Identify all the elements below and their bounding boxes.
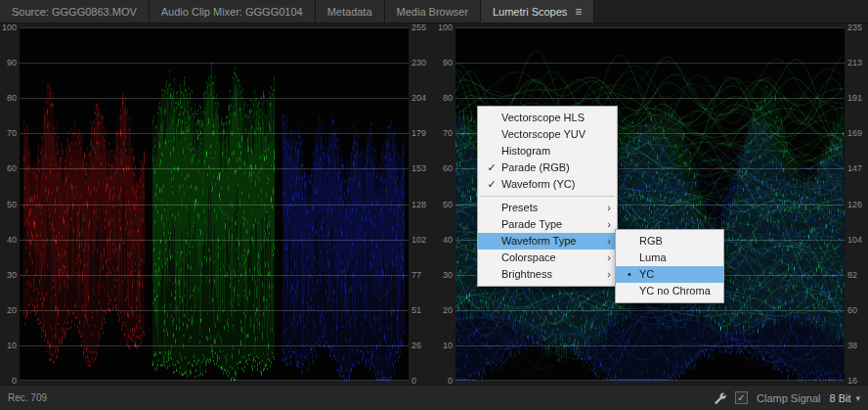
- submenu-item-label: Luma: [639, 251, 667, 263]
- menu-item-parade-type[interactable]: Parade Type›: [478, 216, 617, 233]
- check-icon: ✓: [485, 159, 499, 176]
- axis-tick-label: 20: [7, 305, 17, 315]
- bit-depth-value: 8 Bit: [829, 392, 850, 404]
- submenu-item-rgb[interactable]: RGB: [616, 233, 723, 250]
- menu-item-vectorscope-hls[interactable]: Vectorscope HLS: [478, 110, 617, 126]
- axis-tick-label: 128: [412, 200, 426, 209]
- waveform-left-axis: 1009080706050403020100: [434, 27, 456, 381]
- settings-wrench-icon[interactable]: [713, 391, 726, 405]
- axis-tick-label: 60: [847, 305, 857, 315]
- parade-right-axis: 2552302041791531281027751260: [409, 27, 434, 381]
- axis-tick-label: 235: [847, 23, 862, 32]
- menu-item-label: Vectorscope HLS: [501, 112, 585, 123]
- submenu-arrow-icon: ›: [607, 250, 611, 266]
- submenu-arrow-icon: ›: [607, 200, 611, 216]
- parade-rgb-scope: [20, 27, 409, 381]
- axis-tick-label: 80: [7, 93, 17, 103]
- menu-item-label: Parade (RGB): [501, 161, 570, 173]
- tab-audio-clip-mixer-label: Audio Clip Mixer: GGGG0104: [161, 6, 303, 18]
- axis-tick-label: 191: [847, 93, 862, 103]
- menu-item-colorspace[interactable]: Colorspace›: [478, 250, 617, 266]
- tab-source[interactable]: Source: GGGG0863.MOV: [0, 0, 150, 23]
- submenu-item-label: RGB: [639, 235, 663, 247]
- menu-item-label: Histogram: [501, 145, 550, 157]
- menu-item-presets[interactable]: Presets›: [478, 200, 617, 216]
- axis-tick-label: 147: [847, 163, 862, 173]
- axis-tick-label: 60: [7, 163, 17, 173]
- axis-tick-label: 38: [847, 341, 857, 350]
- scopes-area: 1009080706050403020100 25523020417915312…: [0, 23, 868, 385]
- clamp-signal-checkbox[interactable]: ✓: [735, 391, 748, 404]
- axis-tick-label: 90: [443, 58, 453, 68]
- submenu-arrow-icon: ›: [607, 216, 611, 233]
- tab-lumetri-scopes[interactable]: Lumetri Scopes ≡: [481, 0, 594, 23]
- axis-tick-label: 20: [443, 305, 453, 315]
- axis-tick-label: 70: [443, 128, 453, 138]
- menu-item-label: Parade Type: [501, 218, 562, 230]
- axis-tick-label: 90: [7, 58, 17, 68]
- axis-tick-label: 40: [443, 235, 453, 245]
- axis-tick-label: 179: [412, 128, 426, 138]
- menu-item-label: Waveform (YC): [501, 178, 575, 190]
- submenu-item-yc[interactable]: •YC: [616, 266, 723, 283]
- chevron-down-icon: ▾: [855, 393, 860, 403]
- menu-item-waveform-type[interactable]: Waveform Type›: [478, 233, 617, 250]
- axis-tick-label: 230: [412, 58, 426, 68]
- panel-tab-bar: Source: GGGG0863.MOV Audio Clip Mixer: G…: [0, 0, 868, 23]
- submenu-item-yc-no-chroma[interactable]: YC no Chroma: [616, 283, 723, 299]
- check-icon: ✓: [485, 176, 499, 193]
- axis-tick-label: 26: [412, 341, 421, 350]
- axis-tick-label: 60: [443, 163, 453, 173]
- axis-tick-label: 10: [443, 341, 453, 350]
- tab-metadata-label: Metadata: [327, 6, 372, 18]
- status-controls: ✓ Clamp Signal 8 Bit ▾: [713, 391, 860, 405]
- axis-tick-label: 213: [847, 58, 862, 68]
- axis-tick-label: 50: [443, 200, 453, 209]
- submenu-item-label: YC: [639, 268, 654, 280]
- axis-tick-label: 100: [2, 23, 17, 32]
- axis-tick-label: 100: [438, 23, 453, 32]
- menu-item-label: Waveform Type: [501, 235, 576, 247]
- colorspace-label: Rec. 709: [8, 392, 47, 403]
- menu-item-brightness[interactable]: Brightness›: [478, 266, 617, 283]
- tab-audio-clip-mixer[interactable]: Audio Clip Mixer: GGGG0104: [150, 0, 316, 23]
- menu-item-parade-rgb[interactable]: ✓Parade (RGB): [478, 159, 617, 176]
- axis-tick-label: 50: [7, 200, 17, 209]
- lumetri-scopes-panel: Source: GGGG0863.MOV Audio Clip Mixer: G…: [0, 0, 868, 410]
- tab-lumetri-scopes-label: Lumetri Scopes: [493, 6, 567, 18]
- waveform-type-submenu: RGBLuma•YCYC no Chroma: [615, 229, 724, 303]
- axis-tick-label: 169: [847, 128, 862, 138]
- axis-tick-label: 102: [412, 235, 426, 245]
- axis-tick-label: 10: [7, 341, 17, 350]
- parade-rgb-canvas: [20, 27, 409, 381]
- axis-tick-label: 77: [412, 270, 421, 280]
- axis-tick-label: 30: [443, 270, 453, 280]
- status-bar: Rec. 709 ✓ Clamp Signal 8 Bit ▾: [0, 385, 868, 410]
- submenu-arrow-icon: ›: [607, 266, 611, 283]
- axis-tick-label: 70: [7, 128, 17, 138]
- waveform-right-axis: 23521319116914712610482603816: [845, 27, 868, 381]
- axis-tick-label: 204: [412, 93, 426, 103]
- context-menu: Vectorscope HLSVectorscope YUVHistogram✓…: [477, 106, 618, 287]
- submenu-item-luma[interactable]: Luma: [616, 250, 723, 266]
- wrench-icon: [713, 391, 726, 405]
- menu-item-waveform-yc[interactable]: ✓Waveform (YC): [478, 176, 617, 193]
- tab-media-browser[interactable]: Media Browser: [385, 0, 481, 23]
- menu-item-vectorscope-yuv[interactable]: Vectorscope YUV: [478, 126, 617, 143]
- axis-tick-label: 104: [847, 235, 862, 245]
- bit-depth-dropdown[interactable]: 8 Bit ▾: [829, 392, 860, 404]
- clamp-signal-label: Clamp Signal: [757, 392, 820, 404]
- menu-item-label: Presets: [501, 202, 538, 213]
- menu-item-label: Colorspace: [501, 251, 556, 263]
- menu-item-histogram[interactable]: Histogram: [478, 143, 617, 159]
- axis-tick-label: 82: [847, 270, 857, 280]
- menu-item-label: Brightness: [501, 268, 552, 280]
- menu-item-label: Vectorscope YUV: [501, 128, 586, 140]
- axis-tick-label: 126: [847, 200, 862, 209]
- submenu-item-label: YC no Chroma: [639, 285, 711, 296]
- axis-tick-label: 51: [412, 305, 421, 315]
- axis-tick-label: 255: [412, 23, 426, 32]
- panel-menu-icon[interactable]: ≡: [575, 6, 582, 18]
- axis-tick-label: 80: [443, 93, 453, 103]
- tab-metadata[interactable]: Metadata: [316, 0, 385, 23]
